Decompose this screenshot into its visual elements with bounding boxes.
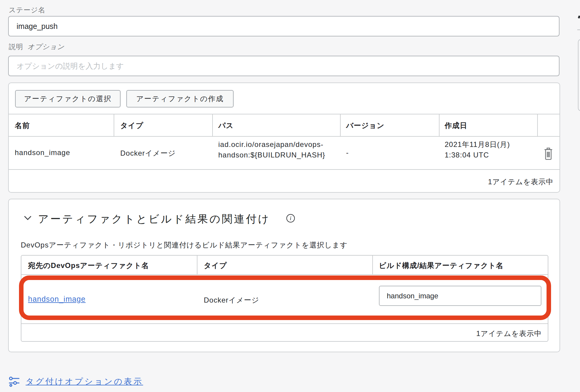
artifact-type-cell: Dockerイメージ <box>120 148 176 158</box>
column-header-version: バージョン <box>346 121 384 130</box>
table-header-border <box>9 136 560 137</box>
artifact-path-line1: iad.ocir.io/orasejapan/devops- <box>218 139 325 150</box>
association-table-footer: 1アイテムを表示中 <box>476 329 542 338</box>
artifact-created-cell: 2021年11月8日(月) 1:38:04 UTC <box>445 139 510 160</box>
collapse-toggle[interactable] <box>24 216 32 222</box>
table-row-border <box>9 169 560 170</box>
create-artifact-button[interactable]: アーティファクトの作成 <box>126 90 234 107</box>
description-input[interactable] <box>8 56 560 76</box>
table-header-border <box>21 274 548 275</box>
artifacts-panel: アーティファクトの選択 アーティファクトの作成 名前 タイプ パス バージョン … <box>8 82 560 193</box>
tagging-options-link[interactable]: タグ付けオプションの表示 <box>26 376 143 387</box>
artifact-created-line1: 2021年11月8日(月) <box>445 139 510 150</box>
column-header-created: 作成日 <box>445 121 467 130</box>
handson-image-link[interactable]: handson_image <box>28 295 86 303</box>
association-description: DevOpsアーティファクト・リポジトリと関連付けるビルド結果アーティファクトを… <box>21 240 348 250</box>
column-header-name: 名前 <box>15 121 30 130</box>
column-header-type: タイプ <box>204 261 227 270</box>
artifact-table-footer: 1アイテムを表示中 <box>488 177 553 187</box>
cutoff-glyph <box>578 15 580 19</box>
artifact-path-cell: iad.ocir.io/orasejapan/devops- handson:$… <box>218 139 325 160</box>
column-header-target-artifact: 宛先のDevOpsアーティファクト名 <box>28 261 149 270</box>
build-artifact-input[interactable] <box>379 286 541 306</box>
chevron-down-icon <box>24 216 32 221</box>
stage-name-input[interactable] <box>8 16 560 36</box>
stage-name-label: ステージ名 <box>9 5 46 15</box>
artifact-created-line2: 1:38:04 UTC <box>445 150 510 160</box>
column-header-type: タイプ <box>120 121 143 130</box>
artifact-version-cell: - <box>346 148 349 157</box>
description-label: 説明オプション <box>9 42 65 51</box>
association-panel: アーティファクトとビルド結果の関連付け i DevOpsアーティファクト・リポジ… <box>8 199 560 352</box>
table-top-border <box>9 114 560 114</box>
trash-icon <box>543 157 553 161</box>
column-divider <box>340 114 341 136</box>
column-divider <box>114 114 114 136</box>
artifact-name-cell: handson_image <box>15 148 70 157</box>
cutoff-divider <box>577 30 580 30</box>
sliders-icon <box>8 375 20 388</box>
column-header-build-artifact: ビルド構成/結果アーティファクト名 <box>379 261 503 270</box>
column-divider <box>372 256 373 274</box>
association-section-title: アーティファクトとビルド結果の関連付け <box>38 212 270 226</box>
description-optional-text: オプション <box>27 43 65 51</box>
association-type-cell: Dockerイメージ <box>204 295 259 305</box>
description-label-text: 説明 <box>9 43 23 51</box>
table-row-border <box>21 323 548 324</box>
association-table: 宛先のDevOpsアーティファクト名 タイプ ビルド構成/結果アーティファクト名… <box>21 255 548 342</box>
side-panel-edge <box>578 39 580 111</box>
artifact-path-line2: handson:${BUILDRUN_HASH} <box>218 150 325 160</box>
column-divider <box>537 114 538 136</box>
info-icon[interactable]: i <box>286 214 295 222</box>
select-artifact-button[interactable]: アーティファクトの選択 <box>15 90 121 107</box>
column-divider <box>212 114 213 136</box>
column-header-path: パス <box>218 121 234 130</box>
column-divider <box>197 256 197 274</box>
column-divider <box>439 114 440 136</box>
delete-artifact-button[interactable] <box>542 147 554 161</box>
